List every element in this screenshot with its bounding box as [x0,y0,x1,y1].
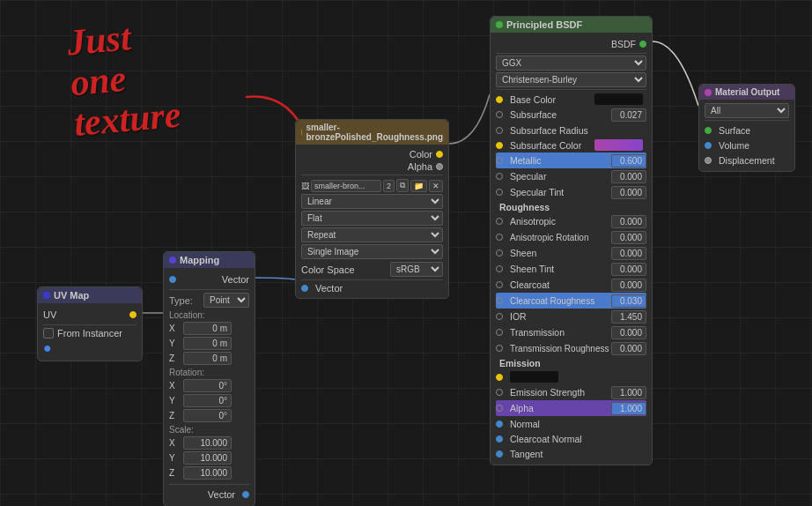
base-color-socket[interactable] [496,96,503,103]
transmission-socket[interactable] [496,329,503,336]
vector-in-row: Vector [301,282,443,294]
scale-z-value[interactable]: 10.000 [183,466,232,480]
mapping-vector-socket-out[interactable] [242,491,249,498]
output-node: Material Output All Surface Volume Displ… [698,84,795,172]
scale-y-label: Y [169,453,183,463]
rot-x-value[interactable]: 0° [183,379,232,392]
uv-socket-out[interactable] [129,311,137,318]
clearcoat-value[interactable]: 0.000 [611,279,646,292]
sheen-tint-value[interactable]: 0.000 [611,263,646,276]
anisotropic-rotation-value[interactable]: 0.000 [611,231,646,244]
extension-select[interactable]: Flat [301,211,443,226]
source-select[interactable]: Single Image [301,244,443,259]
rot-x-label: X [169,381,183,391]
anisotropic-socket[interactable] [496,218,503,225]
clearcoat-normal-socket[interactable] [496,435,503,443]
anisotropic-rotation-socket[interactable] [496,234,503,241]
subsurface-radius-label: Subsurface Radius [506,125,646,136]
color-socket-out[interactable] [436,151,443,158]
scale-x-value[interactable]: 10.000 [183,436,232,450]
rot-y-value[interactable]: 0° [183,394,232,407]
normal-socket[interactable] [496,420,503,428]
specular-socket[interactable] [496,173,503,180]
ior-value[interactable]: 1.450 [611,310,646,324]
transmission-roughness-label: Transmission Roughness [506,344,611,353]
emission-strength-value[interactable]: 1.000 [611,386,646,399]
specular-tint-value[interactable]: 0.000 [611,186,646,199]
emission-strength-socket[interactable] [496,389,503,396]
rotation-label: Rotation: [169,366,249,378]
subsurface-value[interactable]: 0.027 [611,108,646,122]
projection-select[interactable]: Repeat [301,227,443,242]
clearcoat-roughness-socket[interactable] [496,297,503,304]
emission-swatch[interactable] [510,371,558,383]
uv-map-dot [43,292,50,299]
subsurface-method-select[interactable]: Christensen-Burley [496,72,646,87]
transmission-row: Transmission 0.000 [496,324,646,340]
displacement-socket[interactable] [705,157,712,164]
sheen-value[interactable]: 0.000 [611,247,646,260]
subsurface-color-swatch[interactable] [594,139,643,151]
loc-z-value[interactable]: 0 m [183,352,232,365]
filename-field[interactable]: smaller-bron... [311,180,381,192]
all-select[interactable]: All [705,103,789,118]
clearcoat-label: Clearcoat [506,279,611,290]
sheen-row: Sheen 0.000 [496,245,646,261]
distribution-select[interactable]: GGX [496,56,646,71]
rot-z-value[interactable]: 0° [183,409,232,422]
base-color-swatch[interactable] [594,93,643,105]
bsdf-node: Principled BSDF BSDF GGX Christensen-Bur… [490,16,653,465]
scale-y-value[interactable]: 10.000 [183,451,232,465]
base-color-label: Base Color [506,94,594,105]
handwritten-line1: Just [65,17,132,63]
rot-y-label: Y [169,396,183,406]
anisotropic-label: Anisotropic [506,216,611,227]
scale-x-label: X [169,438,183,448]
subsurface-radius-socket[interactable] [496,127,503,134]
interpolation-select[interactable]: Linear [301,194,443,209]
bsdf-out-socket[interactable] [639,41,646,48]
close-btn[interactable]: ✕ [429,180,443,192]
sheen-tint-socket[interactable] [496,265,503,272]
metallic-value[interactable]: 0.600 [611,154,646,167]
uv-dot-row: ● [43,339,137,357]
transmission-value[interactable]: 0.000 [611,326,646,339]
mapping-vector-socket-in[interactable] [169,276,176,283]
vector-in-socket[interactable] [301,285,308,292]
metallic-socket[interactable] [496,157,503,164]
subsurface-color-row: Subsurface Color [496,138,646,153]
scale-y-row: Y 10.000 [169,450,249,465]
specular-tint-socket[interactable] [496,189,503,196]
type-select[interactable]: Point [203,293,249,308]
transmission-roughness-value[interactable]: 0.000 [611,342,646,355]
sheen-socket[interactable] [496,249,503,257]
copy-btn[interactable]: ⧉ [396,179,409,192]
loc-y-value[interactable]: 0 m [183,337,232,350]
emission-color-socket[interactable] [496,374,503,381]
bsdf-out-label: BSDF [611,39,639,49]
loc-x-value[interactable]: 0 m [183,322,232,335]
alpha-socket-out[interactable] [436,163,443,170]
alpha-value[interactable]: 1.000 [611,402,646,415]
surface-socket[interactable] [705,127,712,134]
count-badge[interactable]: 2 [383,180,395,192]
transmission-roughness-socket[interactable] [496,345,503,352]
vector-in-label: Vector [312,283,343,294]
ior-socket[interactable] [496,313,503,320]
subsurface-socket[interactable] [496,111,503,118]
specular-value[interactable]: 0.000 [611,170,646,183]
anisotropic-value[interactable]: 0.000 [611,215,646,228]
mapping-vector-out-row: Vector [169,487,249,502]
colorspace-select[interactable]: sRGB [390,262,443,277]
subsurface-color-socket[interactable] [496,142,503,149]
volume-socket[interactable] [705,142,712,149]
location-label: Location: [169,309,249,321]
folder-btn[interactable]: 📁 [410,180,427,192]
tangent-socket[interactable] [496,450,503,458]
clearcoat-roughness-value[interactable]: 0.030 [611,294,646,308]
from-instancer-checkbox[interactable] [43,328,54,339]
specular-tint-row: Specular Tint 0.000 [496,184,646,200]
alpha-socket[interactable] [496,405,503,412]
subsurface-label: Subsurface [506,109,611,120]
clearcoat-socket[interactable] [496,281,503,288]
